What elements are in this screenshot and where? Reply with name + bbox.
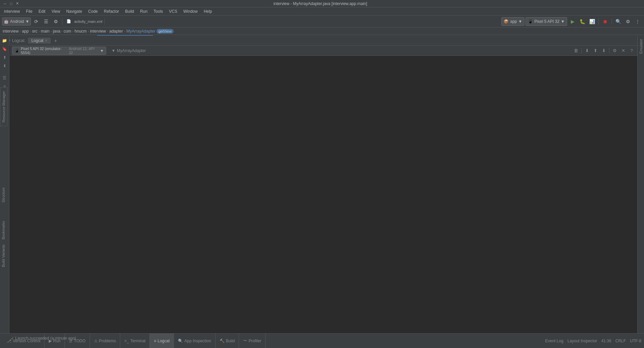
search-btn[interactable]: 🔍 (614, 17, 623, 26)
menu-view[interactable]: View (49, 8, 63, 14)
structure-sidebar-label[interactable]: Structure (0, 185, 7, 205)
debug-btn[interactable]: 🐛 (578, 17, 587, 26)
activity-main-label[interactable]: activity_main.xml (74, 19, 102, 24)
logcat-down-btn[interactable]: ⬇ (600, 47, 607, 54)
bottom-tab-build[interactable]: 🔨 Build (216, 334, 239, 348)
more-btn[interactable]: ⋮ (633, 17, 642, 26)
logcat-tab-close[interactable]: ✕ (45, 39, 47, 42)
bookmarks-sidebar-label[interactable]: Bookmarks (0, 218, 7, 242)
stop-btn[interactable]: ⏹ (601, 17, 609, 26)
bottom-tab-profiler[interactable]: 〜 Profiler (239, 334, 266, 348)
bottom-tab-logcat[interactable]: ≡ Logcat (150, 334, 174, 348)
android-selector[interactable]: 🤖 Android ▼ (2, 17, 31, 26)
menu-file[interactable]: File (23, 8, 35, 14)
bottom-tab-problems[interactable]: ⚠ Problems (90, 334, 121, 348)
sync-btn[interactable]: ⟳ (32, 17, 41, 26)
bottom-tab-terminal-label: Terminal (130, 339, 145, 343)
run-btn[interactable]: ▶ (568, 17, 577, 26)
menu-window[interactable]: Window (181, 8, 200, 14)
bottom-tab-app-inspection-label: App Inspection (184, 339, 211, 343)
bottom-panel: ⎇ Version Control ▶ Run ☰ TODO ⚠ Problem… (0, 333, 644, 348)
menu-help[interactable]: Help (201, 8, 215, 14)
window-controls[interactable]: ─ □ ✕ (3, 1, 19, 6)
build-variants-sidebar-label[interactable]: Build Variants (0, 242, 7, 270)
logcat-device-api: Android 12, API 32 (69, 47, 97, 55)
nav-com[interactable]: com (63, 29, 71, 34)
todo-icon-btn[interactable]: ☰ (1, 74, 8, 82)
logcat-panel: Logcat: Logcat ✕ + 📱 Pixel 5 API 32 (emu… (10, 36, 637, 333)
maximize-button[interactable]: □ (9, 1, 13, 6)
nav-class-active[interactable]: MyArrayAdapter (126, 29, 155, 34)
resource-manager-label[interactable]: Resource Manager (0, 87, 7, 127)
logcat-help-btn[interactable]: ? (628, 47, 635, 54)
nav-method-badge[interactable]: getView (156, 29, 174, 34)
device-label: Pixel 5 API 32 (534, 19, 559, 24)
bottom-tab-problems-label: Problems (99, 339, 116, 343)
menu-code[interactable]: Code (86, 8, 101, 14)
logcat-up-btn[interactable]: ⬆ (592, 47, 599, 54)
logcat-device-icon: 📱 (14, 48, 19, 53)
status-text: Launch succeeded (a minute ago) (15, 336, 76, 341)
title-bar: ─ □ ✕ interview - MyArrayAdapter.java [i… (0, 0, 644, 7)
build-variants-label[interactable]: Build Variants (0, 242, 6, 270)
settings-right-btn[interactable]: ⚙ (624, 17, 632, 26)
menu-build[interactable]: Build (123, 8, 137, 14)
logcat-filter-area[interactable]: ▼ MyArrayAdapter (111, 48, 146, 53)
menu-edit[interactable]: Edit (36, 8, 48, 14)
nav-main[interactable]: main (41, 29, 49, 34)
bookmarks-label[interactable]: Bookmarks (0, 218, 6, 242)
structure-label[interactable]: Structure (0, 185, 6, 205)
module-label: app (510, 19, 517, 24)
logcat-tab-logcat[interactable]: Logcat ✕ (28, 38, 51, 44)
window-title: interview - MyArrayAdapter.java [intervi… (19, 1, 621, 6)
nav-src[interactable]: src (32, 29, 37, 34)
bottom-tab-terminal[interactable]: >_ Terminal (120, 334, 150, 348)
down-icon-btn[interactable]: ⬇ (1, 62, 8, 70)
bottom-tab-app-inspection[interactable]: 🔍 App Inspection (174, 334, 215, 348)
nav-interview[interactable]: interview (3, 29, 18, 34)
menu-tools[interactable]: Tools (151, 8, 166, 14)
minimize-button[interactable]: ─ (3, 1, 7, 6)
nav-app[interactable]: app (22, 29, 29, 34)
resource-manager-text[interactable]: Resource Manager (0, 87, 7, 126)
menu-refactor[interactable]: Refactor (101, 8, 122, 14)
layout-inspector-btn[interactable]: Layout Inspector (567, 339, 597, 343)
logcat-clear-btn[interactable]: 🗑 (572, 47, 580, 54)
logcat-content-area[interactable] (10, 56, 637, 333)
menu-navigate[interactable]: Navigate (63, 8, 85, 14)
logcat-close-btn[interactable]: ✕ (619, 47, 627, 54)
close-button[interactable]: ✕ (15, 1, 19, 6)
encoding-btn[interactable]: UTF-8 (630, 339, 641, 343)
settings-btn[interactable]: ⚙ (51, 17, 60, 26)
logcat-scroll-to-end-btn[interactable]: ⬇ (583, 47, 591, 54)
problems-icon: ⚠ (94, 339, 98, 343)
logcat-settings-btn[interactable]: ⚙ (611, 47, 618, 54)
bookmarks-icon-btn[interactable]: 🔖 (1, 45, 8, 53)
status-bar-right: Event Log Layout Inspector 41:36 CRLF UT… (545, 339, 641, 343)
toolbar-sep4 (611, 18, 612, 25)
toolbar-sep3 (598, 18, 599, 25)
nav-interview-pkg[interactable]: interview (90, 29, 106, 34)
line-ending-btn[interactable]: CRLF (615, 339, 626, 343)
nav-hnucm[interactable]: hnucm (75, 29, 87, 34)
nav-java[interactable]: java (53, 29, 60, 34)
activity-main-btn[interactable]: 📄 (64, 17, 73, 26)
menu-interview[interactable]: interview (1, 8, 22, 14)
logcat-add-tab-btn[interactable]: + (52, 37, 59, 44)
menu-run[interactable]: Run (137, 8, 150, 14)
device-selector[interactable]: 📱 Pixel 5 API 32 ▼ (525, 17, 567, 26)
logcat-device-dropdown-icon: ▼ (100, 49, 104, 53)
event-log-btn[interactable]: Event Log (545, 339, 563, 343)
device-dropdown-icon: ▼ (561, 19, 565, 24)
menu-vcs[interactable]: VCS (166, 8, 180, 14)
project-icon-btn[interactable]: 📁 (1, 37, 8, 44)
time-display: 41:36 (601, 339, 611, 343)
app-inspection-icon: 🔍 (178, 339, 183, 343)
module-selector[interactable]: 📦 app ▼ (501, 17, 524, 26)
logcat-device-dropdown[interactable]: 📱 Pixel 5 API 32 (emulator-5554) Android… (12, 47, 106, 55)
layout-btn[interactable]: ☰ (42, 17, 50, 26)
nav-adapter[interactable]: adapter (109, 29, 123, 34)
emulator-label[interactable]: Emulator (638, 36, 644, 57)
profile-btn[interactable]: 📊 (588, 17, 596, 26)
up-icon-btn[interactable]: ⬆ (1, 54, 8, 61)
